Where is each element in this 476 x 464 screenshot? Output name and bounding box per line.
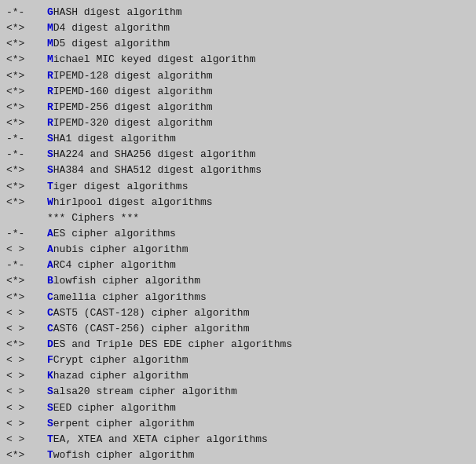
list-item: *** Ciphers ***	[6, 210, 470, 226]
list-item: < > Salsa20 stream cipher algorithm	[6, 384, 470, 400]
line-text: D4 digest algorithm	[53, 20, 170, 36]
highlight-letter: T	[47, 448, 53, 463]
line-text: HA384 and SHA512 digest algorithms	[53, 163, 262, 178]
highlight-letter: C	[47, 321, 53, 337]
list-item: <*> MD4 digest algorithm	[6, 20, 470, 36]
list-item: <*> Tiger digest algorithms	[6, 179, 470, 195]
line-text: IPEMD-256 digest algorithm	[53, 100, 213, 115]
list-item: <*> RIPEMD-256 digest algorithm	[6, 100, 470, 115]
line-text: Crypt cipher algorithm	[53, 353, 189, 368]
highlight-letter: S	[47, 147, 53, 163]
list-item: -*- GHASH digest algorithm	[6, 5, 470, 20]
highlight-letter: S	[47, 384, 53, 400]
highlight-letter: R	[47, 84, 53, 100]
highlight-letter: A	[47, 226, 53, 242]
list-item: < > CAST5 (CAST-128) cipher algorithm	[6, 305, 470, 321]
line-text: IPEMD-160 digest algorithm	[53, 84, 213, 100]
list-item: < > CAST6 (CAST-256) cipher algorithm	[6, 321, 470, 337]
highlight-letter: A	[47, 258, 53, 273]
highlight-letter: R	[47, 68, 53, 84]
line-text: HA1 digest algorithm	[53, 131, 176, 147]
line-text: nubis cipher algorithm	[53, 242, 189, 258]
list-item: <*> Twofish cipher algorithm	[6, 448, 470, 463]
highlight-letter: C	[47, 290, 53, 305]
highlight-letter: A	[47, 242, 53, 258]
line-text: alsa20 stream cipher algorithm	[53, 384, 237, 400]
highlight-letter: S	[47, 416, 53, 432]
line-text: EED cipher algorithm	[53, 400, 176, 416]
list-item: < > SEED cipher algorithm	[6, 400, 470, 416]
line-text: ichael MIC keyed digest algorithm	[53, 52, 255, 68]
list-item: <*> RIPEMD-160 digest algorithm	[6, 84, 470, 100]
highlight-letter: T	[47, 432, 53, 448]
line-text: ES cipher algorithms	[53, 226, 176, 242]
list-item: < > TEA, XTEA and XETA cipher algorithms	[6, 432, 470, 448]
highlight-letter: K	[47, 368, 53, 384]
highlight-letter: R	[47, 115, 53, 131]
list-item: < > Anubis cipher algorithm	[6, 242, 470, 258]
line-text: D5 digest algorithm	[53, 36, 170, 52]
line-text: amellia cipher algorithms	[53, 290, 207, 305]
highlight-letter: W	[47, 195, 53, 210]
list-item: <*> Camellia cipher algorithms	[6, 290, 470, 305]
line-text: wofish cipher algorithm	[53, 448, 194, 463]
line-text: iger digest algorithms	[53, 179, 189, 195]
list-item: -*- SHA224 and SHA256 digest algorithm	[6, 147, 470, 163]
line-text: RC4 cipher algorithm	[53, 258, 176, 273]
list-item: -*- SHA1 digest algorithm	[6, 131, 470, 147]
highlight-letter: M	[47, 52, 53, 68]
list-item: < > FCrypt cipher algorithm	[6, 353, 470, 368]
highlight-letter: S	[47, 163, 53, 178]
line-text: EA, XTEA and XETA cipher algorithms	[53, 432, 268, 448]
highlight-letter: M	[47, 36, 53, 52]
line-text: hirlpool digest algorithms	[53, 195, 213, 210]
line-text: lowfish cipher algorithm	[53, 273, 200, 289]
highlight-letter: S	[47, 131, 53, 147]
line-text: hazad cipher algorithm	[53, 368, 189, 384]
list-item: <*> Whirlpool digest algorithms	[6, 195, 470, 210]
highlight-letter: G	[47, 5, 53, 20]
highlight-letter: F	[47, 353, 53, 368]
line-text: ES and Triple DES EDE cipher algorithms	[53, 337, 292, 353]
content-area: -*- GHASH digest algorithm<*> MD4 digest…	[0, 3, 476, 464]
highlight-letter: M	[47, 20, 53, 36]
list-item: <*> Michael MIC keyed digest algorithm	[6, 52, 470, 68]
line-text: IPEMD-320 digest algorithm	[53, 115, 213, 131]
list-item: -*- AES cipher algorithms	[6, 226, 470, 242]
list-item: <*> SHA384 and SHA512 digest algorithms	[6, 163, 470, 178]
highlight-letter: C	[47, 305, 53, 321]
list-item: <*> MD5 digest algorithm	[6, 36, 470, 52]
list-item: < > Khazad cipher algorithm	[6, 368, 470, 384]
highlight-letter: B	[47, 273, 53, 289]
line-text: AST6 (CAST-256) cipher algorithm	[53, 321, 250, 337]
line-text: HASH digest algorithm	[53, 5, 182, 20]
list-item: -*- ARC4 cipher algorithm	[6, 258, 470, 273]
list-item: <*> RIPEMD-128 digest algorithm	[6, 68, 470, 84]
line-text: AST5 (CAST-128) cipher algorithm	[53, 305, 250, 321]
list-item: <*> Blowfish cipher algorithm	[6, 273, 470, 289]
line-text: erpent cipher algorithm	[53, 416, 194, 432]
line-text: HA224 and SHA256 digest algorithm	[53, 147, 255, 163]
list-item: <*> RIPEMD-320 digest algorithm	[6, 115, 470, 131]
highlight-letter: R	[47, 100, 53, 115]
highlight-letter: T	[47, 179, 53, 195]
list-item: <*> DES and Triple DES EDE cipher algori…	[6, 337, 470, 353]
line-text: IPEMD-128 digest algorithm	[53, 68, 213, 84]
highlight-letter: D	[47, 337, 53, 353]
highlight-letter: S	[47, 400, 53, 416]
list-item: < > Serpent cipher algorithm	[6, 416, 470, 432]
